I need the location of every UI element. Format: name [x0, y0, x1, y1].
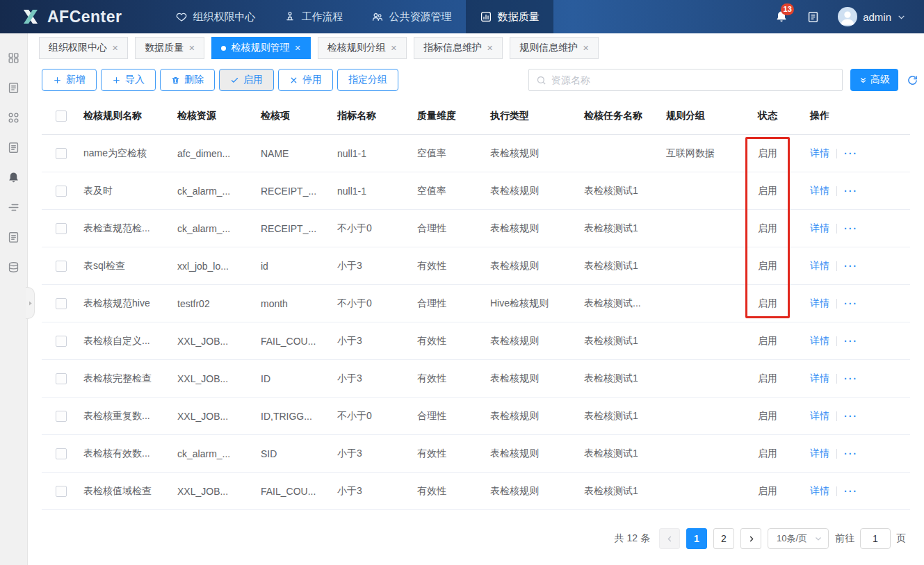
tab-组织权限中心[interactable]: 组织权限中心✕: [39, 37, 128, 59]
column-header-状态: 状态: [755, 110, 807, 122]
page-unit-label: 页: [896, 532, 906, 545]
sidebar-database-icon[interactable]: [0, 252, 28, 282]
tab-close-icon[interactable]: ✕: [583, 44, 589, 53]
detail-link[interactable]: 详情: [810, 260, 829, 272]
tab-规则信息维护[interactable]: 规则信息维护✕: [510, 37, 599, 59]
cell-check-item: ID: [258, 373, 334, 384]
sidebar-collapse-handle[interactable]: [26, 287, 35, 319]
cell-check-item: SID: [258, 448, 334, 459]
more-actions-button[interactable]: ···: [844, 223, 858, 234]
tab-数据质量[interactable]: 数据质量✕: [135, 37, 204, 59]
cell-rule-name: name为空检核: [81, 147, 175, 160]
prev-page-button[interactable]: [659, 528, 680, 549]
more-actions-button[interactable]: ···: [844, 448, 858, 459]
more-actions-button[interactable]: ···: [844, 148, 858, 159]
tab-检核规则管理[interactable]: 检核规则管理✕: [211, 37, 310, 59]
row-checkbox[interactable]: [56, 448, 67, 459]
nav-item-工作流程[interactable]: 工作流程: [270, 0, 357, 33]
brand[interactable]: AFCenter: [0, 7, 140, 26]
cell-exec-type: 表检核规则: [487, 335, 581, 347]
page-button-2[interactable]: 2: [713, 528, 734, 549]
cell-check-item: RECEIPT_...: [258, 186, 334, 197]
tab-close-icon[interactable]: ✕: [112, 44, 118, 53]
row-checkbox[interactable]: [56, 186, 67, 197]
page-button-1[interactable]: 1: [686, 528, 707, 549]
停用-button[interactable]: 停用: [278, 69, 333, 91]
rules-table: 检核规则名称检核资源检核项指标名称质量维度执行类型检核任务名称规则分组状态操作 …: [28, 97, 924, 510]
goto-page-input[interactable]: [860, 528, 891, 549]
detail-link[interactable]: 详情: [810, 372, 829, 385]
sidebar-document-icon[interactable]: [0, 133, 28, 163]
more-actions-button[interactable]: ···: [844, 486, 858, 497]
detail-link[interactable]: 详情: [810, 410, 829, 423]
tab-close-icon[interactable]: ✕: [294, 44, 300, 53]
user-menu[interactable]: admin: [838, 7, 906, 26]
指定分组-button[interactable]: 指定分组: [337, 69, 398, 91]
sidebar-apps-icon[interactable]: [0, 103, 28, 133]
table-row: 表检核完整检查XXL_JOB...ID小于3有效性表检核规则表检核测试1启用详情…: [42, 360, 910, 398]
more-actions-button[interactable]: ···: [844, 186, 858, 197]
column-header-操作: 操作: [807, 110, 910, 122]
open-tabs-bar: 组织权限中心✕数据质量✕检核规则管理✕检核规则分组✕指标信息维护✕规则信息维护✕: [28, 33, 924, 63]
cell-check-item: FAIL_COU...: [258, 336, 334, 347]
column-header-检核任务名称: 检核任务名称: [581, 110, 663, 122]
tab-close-icon[interactable]: ✕: [188, 44, 195, 53]
nav-item-公共资源管理[interactable]: 公共资源管理: [357, 0, 466, 33]
table-row: 表检核自定义...XXL_JOB...FAIL_COU...小于3有效性表检核规…: [42, 322, 910, 360]
detail-link[interactable]: 详情: [810, 297, 829, 310]
tab-close-icon[interactable]: ✕: [487, 44, 493, 53]
column-header-检核项: 检核项: [258, 110, 334, 122]
导入-button[interactable]: 导入: [101, 69, 156, 91]
cell-rule-name: 表检核有效数...: [81, 448, 175, 460]
search-icon: [536, 75, 546, 85]
more-actions-button[interactable]: ···: [844, 261, 858, 272]
nav-item-组织权限中心[interactable]: 组织权限中心: [161, 0, 270, 33]
table-row: 表检核值域检查XXL_JOB...FAIL_COU...小于3有效性表检核规则表…: [42, 473, 910, 510]
sidebar-bell-icon[interactable]: [0, 163, 28, 193]
log-document-icon[interactable]: [807, 10, 820, 24]
left-sidebar: [0, 33, 28, 565]
more-actions-button[interactable]: ···: [844, 298, 858, 309]
row-checkbox[interactable]: [56, 223, 67, 234]
cell-task-name: 表检核测试1: [581, 260, 663, 272]
notification-bell-icon[interactable]: 13: [775, 10, 788, 24]
tab-close-icon[interactable]: ✕: [391, 44, 397, 53]
select-all-checkbox[interactable]: [56, 110, 67, 122]
sidebar-document-icon[interactable]: [0, 73, 28, 103]
启用-button[interactable]: 启用: [219, 69, 274, 91]
page-size-select[interactable]: 10条/页: [768, 528, 829, 549]
more-actions-button[interactable]: ···: [844, 373, 858, 384]
more-actions-button[interactable]: ···: [844, 336, 858, 347]
detail-link[interactable]: 详情: [810, 485, 829, 498]
row-checkbox[interactable]: [56, 373, 67, 384]
cell-exec-type: 表检核规则: [487, 372, 581, 385]
detail-link[interactable]: 详情: [810, 448, 829, 460]
sidebar-list-icon[interactable]: [0, 193, 28, 222]
sidebar-document-icon[interactable]: [0, 222, 28, 252]
nav-item-数据质量[interactable]: 数据质量: [466, 0, 553, 33]
row-checkbox[interactable]: [56, 336, 67, 347]
detail-link[interactable]: 详情: [810, 185, 829, 197]
sidebar-grid-icon[interactable]: [0, 43, 28, 73]
detail-link[interactable]: 详情: [810, 335, 829, 347]
cell-resource: XXL_JOB...: [175, 336, 258, 347]
row-checkbox[interactable]: [56, 411, 67, 422]
tab-指标信息维护[interactable]: 指标信息维护✕: [414, 37, 503, 59]
advanced-search-button[interactable]: 高级: [850, 69, 898, 91]
row-checkbox[interactable]: [56, 148, 67, 159]
删除-button[interactable]: 删除: [160, 69, 215, 91]
row-checkbox[interactable]: [56, 298, 67, 309]
refresh-icon[interactable]: [907, 74, 918, 86]
detail-link[interactable]: 详情: [810, 147, 829, 160]
search-input[interactable]: [551, 74, 835, 85]
brand-name: AFCenter: [47, 8, 122, 26]
next-page-button[interactable]: [740, 528, 761, 549]
tab-检核规则分组[interactable]: 检核规则分组✕: [318, 37, 407, 59]
detail-link[interactable]: 详情: [810, 222, 829, 235]
新增-button[interactable]: 新增: [42, 69, 97, 91]
more-actions-button[interactable]: ···: [844, 411, 858, 422]
row-checkbox[interactable]: [56, 261, 67, 272]
table-row: 表及时ck_alarm_...RECEIPT_...null1-1空值率表检核规…: [42, 172, 910, 210]
main-nav: 组织权限中心工作流程公共资源管理数据质量: [161, 0, 553, 33]
row-checkbox[interactable]: [56, 486, 67, 497]
